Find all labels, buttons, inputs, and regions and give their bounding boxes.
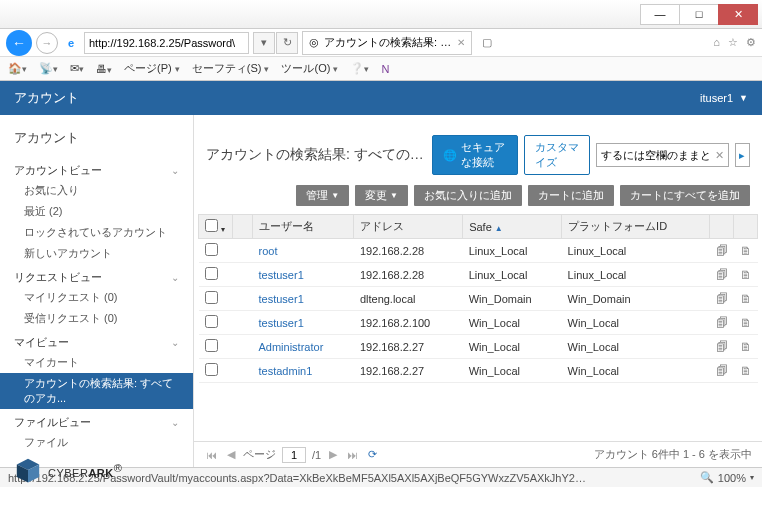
customize-button[interactable]: カスタマイズ xyxy=(524,135,590,175)
pager-prev-button[interactable]: ◀ xyxy=(225,448,237,461)
copy-icon[interactable]: 🗐 xyxy=(710,263,734,287)
sidebar-group[interactable]: アカウントビュー⌄ xyxy=(0,157,193,180)
zoom-control[interactable]: 🔍 100% ▾ xyxy=(700,471,754,484)
sidebar-item[interactable]: ロックされているアカウント xyxy=(0,222,193,243)
add-cart-button[interactable]: カートに追加 xyxy=(528,185,614,206)
detail-icon[interactable]: 🗎 xyxy=(734,287,758,311)
column-header[interactable] xyxy=(710,215,734,239)
tab-close-icon[interactable]: ✕ xyxy=(457,37,465,48)
window-maximize-button[interactable]: □ xyxy=(679,4,719,25)
sidebar-item[interactable]: マイカート xyxy=(0,352,193,373)
pager-refresh-button[interactable]: ⟳ xyxy=(366,448,379,461)
sidebar-group[interactable]: ファイルビュー⌄ xyxy=(0,409,193,432)
nav-back-button[interactable]: ← xyxy=(6,30,32,56)
menu-rss-icon[interactable]: 📡▾ xyxy=(39,62,58,75)
copy-icon[interactable]: 🗐 xyxy=(710,239,734,263)
action-toolbar: 管理▼ 変更▼ お気に入りに追加 カートに追加 カートにすべてを追加 xyxy=(194,185,762,214)
column-header[interactable] xyxy=(734,215,758,239)
add-favorite-button[interactable]: お気に入りに追加 xyxy=(414,185,522,206)
table-row[interactable]: Administrator192.168.2.27Win_LocalWin_Lo… xyxy=(199,335,758,359)
menu-page[interactable]: ページ(P) ▾ xyxy=(124,61,180,76)
sidebar-item[interactable]: 新しいアカウント xyxy=(0,243,193,264)
add-all-cart-button[interactable]: カートにすべてを追加 xyxy=(620,185,750,206)
menu-onenote-icon[interactable]: N xyxy=(381,63,389,75)
refresh-button[interactable]: ↻ xyxy=(276,32,298,54)
window-minimize-button[interactable]: — xyxy=(640,4,680,25)
column-header[interactable]: ▾ xyxy=(199,215,233,239)
pager-last-button[interactable]: ⏭ xyxy=(345,449,360,461)
cell-address: 192.168.2.100 xyxy=(354,311,463,335)
cell-username[interactable]: Administrator xyxy=(253,335,354,359)
detail-icon[interactable]: 🗎 xyxy=(734,335,758,359)
cell-address: 192.168.2.28 xyxy=(354,239,463,263)
menu-print-icon[interactable]: 🖶▾ xyxy=(96,63,112,75)
copy-icon[interactable]: 🗐 xyxy=(710,287,734,311)
cell-username[interactable]: testuser1 xyxy=(253,311,354,335)
row-checkbox[interactable] xyxy=(205,315,218,328)
detail-icon[interactable]: 🗎 xyxy=(734,311,758,335)
detail-icon[interactable]: 🗎 xyxy=(734,263,758,287)
row-checkbox[interactable] xyxy=(205,339,218,352)
detail-icon[interactable]: 🗎 xyxy=(734,359,758,383)
menu-home-icon[interactable]: 🏠▾ xyxy=(8,62,27,75)
row-checkbox[interactable] xyxy=(205,243,218,256)
menu-tools[interactable]: ツール(O) ▾ xyxy=(281,61,338,76)
column-header[interactable]: アドレス xyxy=(354,215,463,239)
browser-tab[interactable]: ◎ アカウントの検索結果: すべて... ✕ xyxy=(302,31,472,55)
search-input[interactable] xyxy=(601,149,711,161)
detail-icon[interactable]: 🗎 xyxy=(734,239,758,263)
new-tab-button[interactable]: ▢ xyxy=(476,32,498,54)
row-checkbox[interactable] xyxy=(205,291,218,304)
cell-username[interactable]: root xyxy=(253,239,354,263)
address-bar[interactable] xyxy=(84,32,249,54)
copy-icon[interactable]: 🗐 xyxy=(710,359,734,383)
search-box[interactable]: ✕ xyxy=(596,143,729,167)
sidebar-item[interactable]: マイリクエスト (0) xyxy=(0,287,193,308)
sidebar-item[interactable]: 最近 (2) xyxy=(0,201,193,222)
tools-icon[interactable]: ⚙ xyxy=(746,36,756,49)
cell-username[interactable]: testuser1 xyxy=(253,287,354,311)
cell-username[interactable]: testadmin1 xyxy=(253,359,354,383)
table-row[interactable]: testuser1192.168.2.28Linux_LocalLinux_Lo… xyxy=(199,263,758,287)
change-button[interactable]: 変更▼ xyxy=(355,185,408,206)
sidebar-item[interactable]: ファイル xyxy=(0,432,193,453)
table-row[interactable]: testuser1dlteng.localWin_DomainWin_Domai… xyxy=(199,287,758,311)
column-header[interactable]: ユーザー名 xyxy=(253,215,354,239)
row-checkbox[interactable] xyxy=(205,363,218,376)
window-close-button[interactable]: ✕ xyxy=(718,4,758,25)
table-row[interactable]: root192.168.2.28Linux_LocalLinux_Local🗐🗎 xyxy=(199,239,758,263)
menu-help-icon[interactable]: ❔▾ xyxy=(350,62,369,75)
nav-forward-button[interactable]: → xyxy=(36,32,58,54)
table-row[interactable]: testuser1192.168.2.100Win_LocalWin_Local… xyxy=(199,311,758,335)
row-checkbox[interactable] xyxy=(205,267,218,280)
manage-button[interactable]: 管理▼ xyxy=(296,185,349,206)
column-header[interactable]: プラットフォームID xyxy=(562,215,710,239)
pager-next-button[interactable]: ▶ xyxy=(327,448,339,461)
column-header[interactable]: Safe ▲ xyxy=(463,215,562,239)
pager-first-button[interactable]: ⏮ xyxy=(204,449,219,461)
copy-icon[interactable]: 🗐 xyxy=(710,335,734,359)
sidebar-group[interactable]: マイビュー⌄ xyxy=(0,329,193,352)
select-all-checkbox[interactable] xyxy=(205,219,218,232)
brand-text: CYBERARK® xyxy=(48,462,122,479)
tab-title: アカウントの検索結果: すべて... xyxy=(324,35,452,50)
sidebar-group[interactable]: リクエストビュー⌄ xyxy=(0,264,193,287)
table-row[interactable]: testadmin1192.168.2.27Win_LocalWin_Local… xyxy=(199,359,758,383)
menu-safety[interactable]: セーフティ(S) ▾ xyxy=(192,61,270,76)
favorites-icon[interactable]: ☆ xyxy=(728,36,738,49)
clear-search-icon[interactable]: ✕ xyxy=(715,149,724,162)
menu-mail-icon[interactable]: ✉▾ xyxy=(70,62,84,75)
sidebar-item[interactable]: 受信リクエスト (0) xyxy=(0,308,193,329)
search-go-button[interactable]: ▸ xyxy=(735,143,750,167)
cell-username[interactable]: testuser1 xyxy=(253,263,354,287)
zoom-icon: 🔍 xyxy=(700,471,714,484)
sidebar-item[interactable]: アカウントの検索結果: すべてのアカ... xyxy=(0,373,193,409)
user-menu[interactable]: ituser1 ▼ xyxy=(700,92,748,104)
secure-connect-button[interactable]: 🌐セキュアな接続 xyxy=(432,135,518,175)
home-icon[interactable]: ⌂ xyxy=(713,36,720,49)
copy-icon[interactable]: 🗐 xyxy=(710,311,734,335)
column-header[interactable] xyxy=(233,215,253,239)
url-dropdown-button[interactable]: ▾ xyxy=(253,32,275,54)
sidebar-item[interactable]: お気に入り xyxy=(0,180,193,201)
pager-page-input[interactable] xyxy=(282,447,306,463)
